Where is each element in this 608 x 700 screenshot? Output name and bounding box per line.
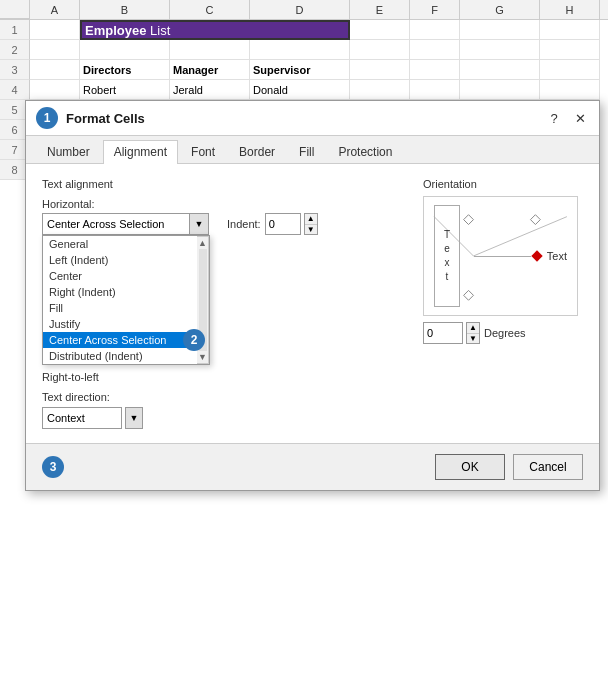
indent-input[interactable] — [265, 213, 301, 235]
dropdown-item-distributed[interactable]: Distributed (Indent) — [43, 348, 197, 364]
spin-down[interactable]: ▼ — [305, 225, 317, 235]
degrees-spin-up[interactable]: ▲ — [467, 323, 479, 334]
dialog-title-bar: 1 Format Cells ? ✕ — [26, 101, 599, 136]
dropdown-item-center-across[interactable]: Center Across Selection 2 — [43, 332, 197, 348]
text-alignment-label: Text alignment — [42, 178, 403, 190]
svg-marker-4 — [464, 290, 474, 300]
dropdown-item-general[interactable]: General — [43, 236, 197, 252]
tab-number[interactable]: Number — [36, 140, 101, 163]
tab-alignment[interactable]: Alignment — [103, 140, 178, 164]
cell-supervisor[interactable]: Supervisor — [250, 60, 350, 80]
degrees-input[interactable] — [423, 322, 463, 344]
cell-A1[interactable] — [30, 20, 80, 40]
dialog-body: Text alignment Horizontal: Center Across… — [26, 164, 599, 443]
indent-section: Indent: ▲ ▼ — [227, 213, 318, 235]
degrees-label: Degrees — [484, 327, 526, 339]
table-row: 4 Robert Jerald Donald — [0, 80, 608, 100]
table-row: 2 — [0, 40, 608, 60]
col-header-G: G — [460, 0, 540, 19]
col-header-D: D — [250, 0, 350, 19]
horizontal-label: Horizontal: — [42, 198, 403, 210]
badge-3: 3 — [42, 456, 64, 478]
table-row: 1 Employee List — [0, 20, 608, 40]
col-header-H: H — [540, 0, 600, 19]
orient-diamond-red[interactable] — [531, 250, 542, 261]
svg-marker-2 — [464, 215, 474, 225]
horizontal-dropdown-arrow[interactable]: ▼ — [189, 213, 209, 235]
indent-label: Indent: — [227, 218, 261, 230]
scroll-down[interactable]: ▼ — [198, 352, 207, 362]
text-direction-arrow[interactable]: ▼ — [125, 407, 143, 429]
orientation-text-row: Text — [474, 250, 567, 262]
table-row: 3 Directors Manager Supervisor — [0, 60, 608, 80]
text-direction-row: Context ▼ — [42, 407, 403, 429]
text-direction-label: Text direction: — [42, 391, 403, 403]
col-header-A: A — [30, 0, 80, 19]
tab-border[interactable]: Border — [228, 140, 286, 163]
ok-button[interactable]: OK — [435, 454, 505, 480]
degrees-spin-down[interactable]: ▼ — [467, 334, 479, 344]
dialog-title: 1 Format Cells — [36, 107, 145, 129]
horizontal-dropdown[interactable]: Center Across Selection — [42, 213, 190, 235]
text-direction-dropdown[interactable]: Context — [42, 407, 122, 429]
spin-up[interactable]: ▲ — [305, 214, 317, 225]
scroll-up[interactable]: ▲ — [198, 238, 207, 248]
degrees-spinner[interactable]: ▲ ▼ — [466, 322, 480, 344]
dropdown-item-center[interactable]: Center — [43, 268, 197, 284]
dropdown-item-right-indent[interactable]: Right (Indent) — [43, 284, 197, 300]
cancel-button[interactable]: Cancel — [513, 454, 583, 480]
rtl-section: Right-to-left Text direction: Context ▼ — [42, 371, 403, 429]
cell-manager[interactable]: Manager — [170, 60, 250, 80]
dialog-footer: 3 OK Cancel — [26, 443, 599, 490]
dropdown-item-left-indent[interactable]: Left (Indent) — [43, 252, 197, 268]
orientation-section: Orientation T e x — [423, 178, 583, 429]
col-header-E: E — [350, 0, 410, 19]
cell-directors[interactable]: Directors — [80, 60, 170, 80]
orientation-visual: T e x t Text — [423, 196, 578, 316]
col-header-F: F — [410, 0, 460, 19]
degrees-row: ▲ ▼ Degrees — [423, 322, 583, 344]
text-alignment-section: Text alignment Horizontal: Center Across… — [42, 178, 403, 429]
dropdown-item-justify[interactable]: Justify — [43, 316, 197, 332]
tab-fill[interactable]: Fill — [288, 140, 325, 163]
dropdown-item-fill[interactable]: Fill — [43, 300, 197, 316]
col-header-B: B — [80, 0, 170, 19]
col-header-C: C — [170, 0, 250, 19]
cell-employee-list[interactable]: Employee List — [80, 20, 350, 40]
close-button[interactable]: ✕ — [571, 109, 589, 127]
badge-1: 1 — [36, 107, 58, 129]
horizontal-select-row: Center Across Selection ▼ General Left (… — [42, 213, 403, 235]
orientation-label: Orientation — [423, 178, 583, 190]
badge-2: 2 — [183, 329, 205, 351]
rtl-label: Right-to-left — [42, 371, 403, 383]
tab-protection[interactable]: Protection — [327, 140, 403, 163]
tab-font[interactable]: Font — [180, 140, 226, 163]
dialog-controls: ? ✕ — [545, 109, 589, 127]
indent-spinner[interactable]: ▲ ▼ — [304, 213, 318, 235]
dialog-tabs: Number Alignment Font Border Fill Protec… — [26, 136, 599, 164]
svg-marker-3 — [530, 215, 540, 225]
vertical-text-col: T e x t — [434, 205, 460, 307]
horizontal-dropdown-list: General Left (Indent) Center Right (Inde… — [42, 235, 210, 365]
orient-line-left — [474, 256, 531, 257]
orientation-text: Text — [547, 250, 567, 262]
dialog-title-text: Format Cells — [66, 111, 145, 126]
format-cells-dialog: 1 Format Cells ? ✕ Number Alignment Font… — [25, 100, 600, 491]
help-button[interactable]: ? — [545, 109, 563, 127]
